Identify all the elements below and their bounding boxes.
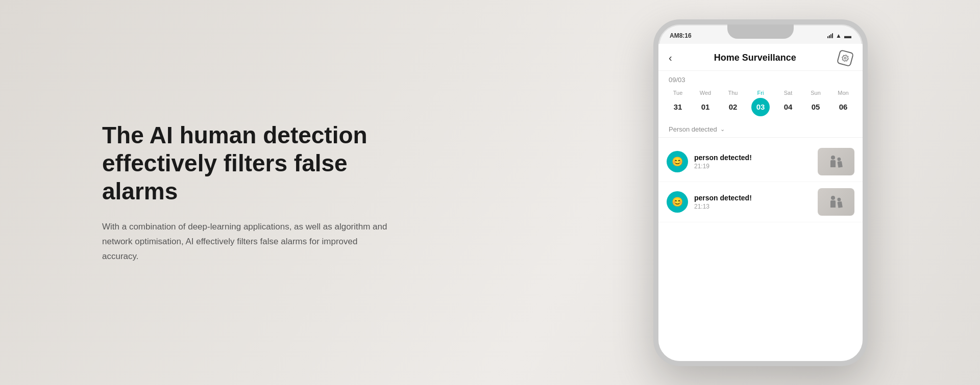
- event-avatar: 😊: [667, 151, 688, 172]
- cal-day-04[interactable]: Sat 04: [777, 90, 799, 116]
- cal-day-05[interactable]: Sun 05: [804, 90, 827, 116]
- event-item-0[interactable]: 😊 person detected! 21:19: [658, 142, 863, 182]
- filter-chevron: ⌄: [720, 126, 725, 133]
- back-button[interactable]: ‹: [669, 52, 672, 64]
- event-title: person detected!: [694, 153, 812, 162]
- app-title: Home Surveillance: [714, 53, 796, 63]
- cal-day-01[interactable]: Wed 01: [694, 90, 717, 116]
- event-info: person detected! 21:19: [694, 153, 812, 170]
- signal-icon: [827, 33, 833, 38]
- filter-label: Person detected: [669, 125, 717, 133]
- calendar-strip: Tue 31 Wed 01 Thu 02 Fri 03 Sat 04 Sun 0…: [658, 87, 863, 122]
- date-label: 09/03: [658, 71, 863, 87]
- event-avatar: 😊: [667, 191, 688, 213]
- event-time: 21:19: [694, 163, 812, 170]
- event-info: person detected! 21:13: [694, 194, 812, 210]
- event-title: person detected!: [694, 194, 812, 202]
- cal-day-02[interactable]: Thu 02: [722, 90, 744, 116]
- wifi-icon: ▲: [836, 32, 842, 39]
- event-thumbnail: [818, 188, 854, 216]
- left-content-area: The AI human detection effectively filte…: [102, 121, 388, 264]
- event-time: 21:13: [694, 203, 812, 210]
- sub-text: With a combination of deep-learning appl…: [102, 220, 388, 264]
- filter-bar[interactable]: Person detected ⌄: [658, 122, 863, 138]
- phone-mockup: AM8:16 ▲ ▬ ‹ Home Surveillance: [653, 19, 868, 366]
- status-time: AM8:16: [670, 32, 692, 39]
- cal-day-03[interactable]: Fri 03: [749, 90, 772, 116]
- phone-frame: AM8:16 ▲ ▬ ‹ Home Surveillance: [653, 19, 868, 366]
- cal-day-06[interactable]: Mon 06: [832, 90, 854, 116]
- app-header: ‹ Home Surveillance: [658, 44, 863, 71]
- battery-icon: ▬: [844, 32, 851, 40]
- event-list: 😊 person detected! 21:19 😊 person detect…: [658, 138, 863, 361]
- main-heading: The AI human detection effectively filte…: [102, 121, 388, 206]
- cal-day-31[interactable]: Tue 31: [667, 90, 689, 116]
- phone-notch: [727, 24, 794, 39]
- settings-icon[interactable]: [837, 49, 854, 66]
- event-thumbnail: [818, 148, 854, 175]
- svg-point-0: [844, 57, 846, 59]
- event-item-1[interactable]: 😊 person detected! 21:13: [658, 182, 863, 222]
- status-icons: ▲ ▬: [827, 32, 851, 40]
- app-content: ‹ Home Surveillance 09/03 Tue 31 Wed 01 …: [658, 44, 863, 361]
